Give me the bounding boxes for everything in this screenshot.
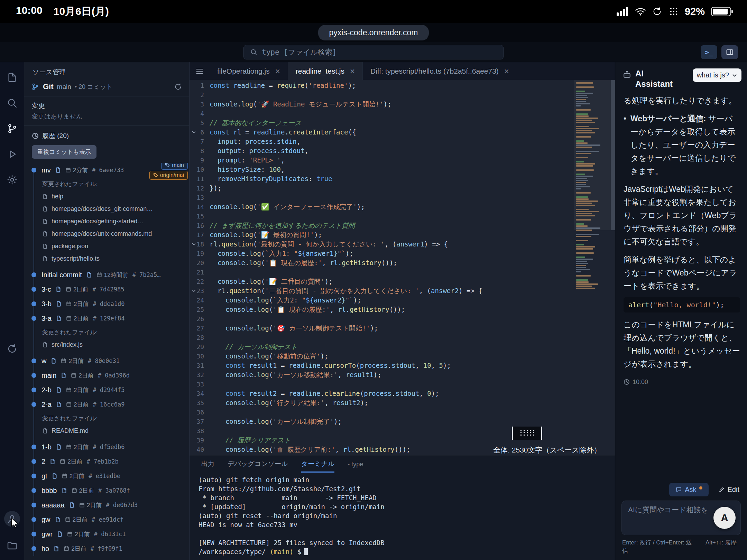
code-line[interactable]: 23 rl.question('二番目の質問 - 別の何かを入力してください: … bbox=[190, 286, 570, 296]
search-button[interactable] bbox=[5, 96, 19, 110]
panel-layout-button[interactable] bbox=[721, 45, 738, 59]
minimap[interactable] bbox=[574, 82, 610, 456]
code-line[interactable]: 3console.log('🚀 ReadLine モジュールテスト開始!'); bbox=[190, 100, 570, 109]
code-line[interactable]: 16// まず履歴に何かを追加するためのテスト質問 bbox=[190, 221, 570, 230]
code-line[interactable]: 28 bbox=[190, 333, 570, 342]
commit-row[interactable]: main2日前# 0ad396d bbox=[27, 368, 189, 383]
tab-close-icon[interactable]: × bbox=[504, 66, 509, 76]
file-item[interactable]: typescript/hello.ts bbox=[42, 252, 189, 265]
commit-row[interactable]: 3-c2日前# 7d42985 bbox=[27, 282, 189, 297]
code-line[interactable]: 22 console.log('📝 二番目の質問'); bbox=[190, 277, 570, 286]
code-line[interactable]: 18rl.question('最初の質問 - 何か入力してください: ', (a… bbox=[190, 240, 570, 249]
code-editor[interactable]: 1const readline = require('readline');23… bbox=[190, 80, 615, 456]
commit-row[interactable]: gt2日前# e31edbe bbox=[27, 469, 189, 483]
editor-menu-button[interactable] bbox=[190, 62, 210, 80]
code-line[interactable]: 26 bbox=[190, 314, 570, 324]
fold-chevron-icon[interactable] bbox=[191, 288, 196, 293]
refresh-icon[interactable] bbox=[174, 83, 182, 91]
commit-row[interactable]: 3-a2日前# 129ef84 bbox=[27, 311, 189, 326]
fold-chevron-icon[interactable] bbox=[191, 242, 196, 247]
editor-tab[interactable]: fileOperationg.js× bbox=[210, 62, 288, 80]
code-line[interactable]: 24 console.log(`入力2: "${answer2}"`); bbox=[190, 296, 570, 305]
tab-close-icon[interactable]: × bbox=[350, 66, 355, 76]
panel-tab[interactable]: 出力 bbox=[201, 456, 214, 473]
assistant-input[interactable] bbox=[628, 506, 707, 514]
code-line[interactable]: 34 const result2 = readline.clearLine(pr… bbox=[190, 389, 570, 398]
commit-row[interactable]: gw2日前# ee91dcf bbox=[27, 512, 189, 527]
panel-tab[interactable]: デバッグコンソール bbox=[228, 456, 288, 473]
run-button[interactable] bbox=[5, 147, 19, 161]
code-line[interactable]: 15 bbox=[190, 212, 570, 221]
assistant-mode-select[interactable]: what is js? bbox=[693, 68, 741, 82]
file-item[interactable]: homepage/docs/docs_git-comman… bbox=[42, 203, 189, 215]
show-duplicate-commits-button[interactable]: 重複コミットも表示 bbox=[32, 145, 96, 159]
code-line[interactable]: 19 console.log(`入力1: "${answer1}"`); bbox=[190, 249, 570, 258]
settings-button[interactable] bbox=[5, 173, 19, 187]
file-search-box[interactable] bbox=[243, 45, 504, 59]
code-line[interactable]: 33 bbox=[190, 380, 570, 389]
code-line[interactable]: 2 bbox=[190, 90, 570, 100]
code-line[interactable]: 20 console.log('📋 現在の履歴:', rl.getHistory… bbox=[190, 258, 570, 268]
code-line[interactable]: 17console.log('📝 最初の質問!'); bbox=[190, 230, 570, 240]
code-line[interactable]: 29 // カーソル制御テスト bbox=[190, 342, 570, 352]
commit-row[interactable]: aaaaaa2日前# de067d3 bbox=[27, 498, 189, 512]
edit-button[interactable]: Edit bbox=[718, 486, 739, 494]
commit-row[interactable]: mv2分前# 6aee733mainorigin/mai bbox=[27, 163, 189, 177]
code-line[interactable]: 35 console.log('行クリア結果:', result2); bbox=[190, 398, 570, 408]
commit-row[interactable]: 22日前# 7eb1b2b bbox=[27, 454, 189, 469]
code-line[interactable]: 1const readline = require('readline'); bbox=[190, 81, 570, 90]
fold-chevron-icon[interactable] bbox=[191, 130, 196, 135]
folder-button[interactable] bbox=[5, 539, 19, 552]
file-item[interactable]: README.md bbox=[42, 424, 189, 437]
code-line[interactable]: 7 input: process.stdin, bbox=[190, 137, 570, 146]
file-search-input[interactable] bbox=[262, 48, 497, 56]
code-line[interactable]: 9 prompt: 'REPL> ', bbox=[190, 156, 570, 165]
file-item[interactable]: src/index.js bbox=[42, 338, 189, 351]
terminal-toggle-button[interactable]: >_ bbox=[701, 45, 717, 59]
code-line[interactable]: 32 console.log('カーソル移動結果:', result1); bbox=[190, 370, 570, 380]
code-line[interactable]: 4 bbox=[190, 109, 570, 118]
editor-tab[interactable]: Diff: typescript/hello.ts (7b2a5f..6aee7… bbox=[363, 62, 517, 80]
editor-scrollbar-thumb[interactable] bbox=[611, 80, 615, 230]
terminal-output[interactable]: (auto) git fetch origin mainFrom https:/… bbox=[190, 473, 615, 560]
commit-row[interactable]: 3-b2日前# ddea1d0 bbox=[27, 297, 189, 311]
file-item[interactable]: package.json bbox=[42, 240, 189, 252]
panel-tab[interactable]: ターミナル bbox=[301, 456, 335, 473]
code-line[interactable]: 10 historySize: 100, bbox=[190, 165, 570, 174]
code-line[interactable]: 12}); bbox=[190, 184, 570, 193]
sync-button[interactable] bbox=[5, 342, 19, 356]
code-line[interactable]: 14console.log('✅ インターフェース作成完了'); bbox=[190, 202, 570, 212]
commit-row[interactable]: w2日前# 80e0e31 bbox=[27, 354, 189, 368]
ask-button[interactable]: Ask bbox=[669, 483, 708, 496]
commit-row[interactable]: gwr2日前# d6131c1 bbox=[27, 527, 189, 541]
code-line[interactable]: 36 bbox=[190, 408, 570, 417]
code-line[interactable]: 6const rl = readline.createInterface({ bbox=[190, 128, 570, 137]
editor-tab[interactable]: readline_test.js× bbox=[288, 62, 363, 80]
code-line[interactable]: 25 console.log('📋 現在の履歴:', rl.getHistory… bbox=[190, 305, 570, 314]
commit-row[interactable]: 2-b2日前# d2944f5 bbox=[27, 383, 189, 397]
commit-row[interactable]: bbbb2日前# 3a0768f bbox=[27, 483, 189, 498]
code-line[interactable]: 13 bbox=[190, 193, 570, 202]
file-item[interactable]: help bbox=[42, 190, 189, 203]
file-item[interactable]: homepage/docs/unix-commands.md bbox=[42, 227, 189, 240]
code-line[interactable]: 37 console.log('カーソル制御完了'); bbox=[190, 417, 570, 426]
file-item[interactable]: homepage/docs/getting-started… bbox=[42, 215, 189, 227]
tab-close-icon[interactable]: × bbox=[275, 66, 280, 76]
commit-row[interactable]: Initial commit12時間前# 7b2a5… bbox=[27, 268, 189, 282]
branch-tag[interactable]: origin/mai bbox=[149, 171, 188, 180]
code-line[interactable]: 8 output: process.stdout, bbox=[190, 146, 570, 156]
files-button[interactable] bbox=[5, 71, 19, 84]
commit-row[interactable]: 1-b2日前# df5edb6 bbox=[27, 440, 189, 454]
code-line[interactable]: 31 const result1 = readline.cursorTo(pro… bbox=[190, 361, 570, 370]
branch-tag[interactable]: main bbox=[161, 163, 188, 170]
code-line[interactable]: 27 console.log('🎯 カーソル制御テスト開始!'); bbox=[190, 324, 570, 333]
keyboard-button[interactable]: A bbox=[713, 507, 736, 529]
code-line[interactable]: 11 removeHistoryDuplicates: true bbox=[190, 174, 570, 184]
commit-row[interactable]: 2-a2日前# 16cc6a9 bbox=[27, 397, 189, 412]
source-control-button[interactable] bbox=[5, 122, 19, 136]
code-line[interactable]: 21 bbox=[190, 268, 570, 277]
address-bar[interactable]: pyxis-code.onrender.com bbox=[318, 25, 429, 40]
commit-row[interactable]: ho2日前# f9f09f1 bbox=[27, 541, 189, 556]
code-line[interactable]: 5// 基本的なインターフェース bbox=[190, 118, 570, 128]
code-line[interactable]: 30 console.log('移動前の位置'); bbox=[190, 352, 570, 361]
